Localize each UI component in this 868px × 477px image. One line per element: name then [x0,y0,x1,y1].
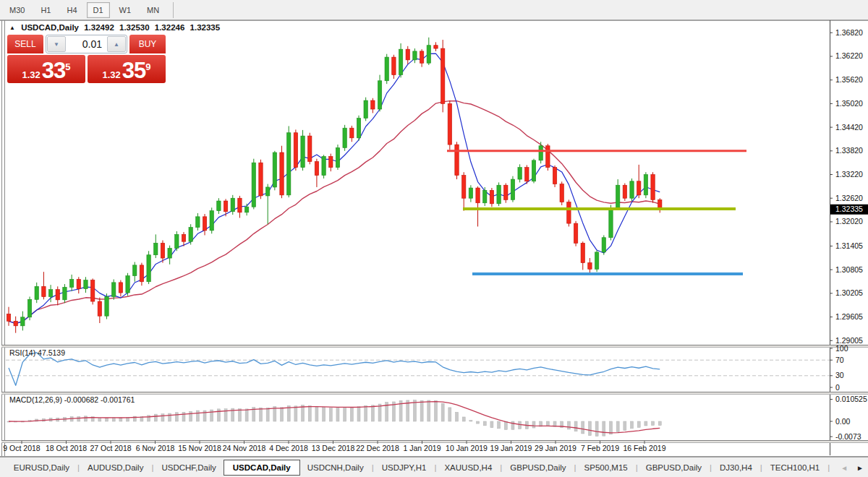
macd-histogram-bar [546,421,549,426]
candle-body [574,223,577,243]
timeframe-button-M30[interactable]: M30 [3,2,31,18]
macd-histogram-bar [350,408,353,421]
toolbar-separator [173,2,174,18]
price-axis-label: 1.36220 [835,51,863,60]
price-axis-label: 1.30205 [835,288,863,297]
candle-body [637,181,641,195]
candle-body [126,276,129,293]
macd-histogram-bar [259,408,262,421]
candle-body [462,176,466,199]
macd-histogram-bar [588,421,591,436]
chart-tab-XAUUSD-H4[interactable]: XAUUSD,H4 [437,460,499,475]
chart-tab-USDJPY-H1[interactable]: USDJPY,H1 [375,460,434,475]
chart-tab-DJ30-H4[interactable]: DJ30,H4 [712,460,760,475]
macd-histogram-bar [169,413,171,421]
candle-body [329,156,333,167]
timeframe-button-W1[interactable]: W1 [113,2,138,18]
buy-price-button[interactable]: 1.32 35 9 [88,55,166,83]
candle-body [168,248,171,258]
timeframe-button-H1[interactable]: H1 [34,2,57,18]
tabs-scroll-left-icon[interactable]: ◄ [836,464,852,472]
chevron-down-icon: ▼ [54,41,59,48]
one-click-trading-widget: SELL ▼ 0.01 ▲ BUY 1.32 33 5 1.32 35 9 [7,35,166,83]
timeframe-button-H4[interactable]: H4 [60,2,83,18]
sell-button[interactable]: SELL [7,35,43,53]
macd-histogram-bar [477,421,480,424]
chart-tab-SP500-M15[interactable]: SP500,M15 [577,460,635,475]
date-axis-label: 18 Oct 2018 [46,444,87,452]
candle-body [84,280,88,289]
candle-body [224,201,227,212]
candle-body [98,301,101,316]
candle-body [490,190,493,204]
macd-histogram-bar [462,417,465,421]
macd-histogram-bar [344,408,346,421]
candle-body [217,201,221,211]
date-axis-label: 9 Oct 2018 [3,444,41,452]
candle-body [392,57,396,75]
macd-histogram-bar [378,404,381,421]
macd-histogram-bar [595,421,598,437]
candle-body [42,286,46,296]
macd-histogram-bar [196,411,199,421]
sell-price-button[interactable]: 1.32 33 5 [7,55,85,83]
date-axis-label: 19 Jan 2019 [490,444,532,452]
candle-body [560,184,563,202]
date-axis-label: 16 Feb 2019 [624,444,666,452]
chart-tab-USDCAD-Daily[interactable]: USDCAD,Daily [224,460,300,476]
macd-histogram-bar [371,405,374,421]
candle-body [315,162,318,176]
candle-body [7,314,10,321]
chart-tab-GBPUSD-Daily[interactable]: GBPUSD,Daily [503,460,573,475]
chart-tab-GBPUSD-Daily[interactable]: GBPUSD,Daily [639,460,709,475]
candle-body [525,168,529,181]
chart-tab-EURUSD-Daily[interactable]: EURUSD,Daily [7,460,77,475]
candle-body [364,100,367,119]
collapse-triangle-icon[interactable]: ▲ [9,25,15,31]
macd-histogram-bar [582,421,584,434]
macd-histogram-bar [511,421,514,429]
candle-body [532,160,535,181]
date-axis-label: 1 Jan 2019 [404,444,441,452]
macd-histogram-bar [154,414,157,421]
timeframe-button-D1[interactable]: D1 [87,2,110,18]
macd-histogram-bar [483,421,486,426]
candle-body [378,81,381,109]
ohlc-low: 1.32246 [155,23,185,32]
chart-tab-AUDUSD-Daily[interactable]: AUDUSD,Daily [80,460,150,475]
price-axis-label: 1.35620 [835,75,863,84]
chart-tab-TECH100-H1[interactable]: TECH100,H1 [763,460,827,475]
date-axis-label: 15 Nov 2018 [178,444,221,452]
candle-body [252,163,255,207]
candle-body [77,280,80,289]
candle-body [343,128,346,147]
macd-histogram-bar [504,421,507,429]
candle-body [630,181,634,198]
volume-spinner: ▼ 0.01 ▲ [46,35,127,53]
volume-input[interactable]: 0.01 [67,35,106,53]
price-axis-label: 1.35020 [835,99,863,108]
candle-body [112,283,116,297]
candle-body [322,156,326,175]
chart-tab-USDCNH-Daily[interactable]: USDCNH,Daily [300,460,371,475]
rsi-indicator-label: RSI(14) 47.5139 [9,348,65,357]
candle-body [448,103,451,145]
chart-background[interactable] [0,20,868,457]
macd-histogram-bar [190,411,192,421]
macd-histogram-bar [469,421,472,421]
buy-button[interactable]: BUY [129,35,166,53]
volume-increase-button[interactable]: ▲ [107,36,126,52]
candle-body [385,57,388,81]
date-axis-label: 24 Nov 2018 [223,444,266,452]
candle-body [210,211,213,231]
timeframe-button-MN[interactable]: MN [140,2,166,18]
candle-body [644,175,647,195]
volume-decrease-button[interactable]: ▼ [47,36,66,52]
date-axis-label: 13 Dec 2018 [312,444,355,452]
tabs-scroll-right-icon[interactable]: ► [852,464,868,472]
candle-body [35,286,38,299]
chart-tab-USDCHF-Daily[interactable]: USDCHF,Daily [154,460,223,475]
macd-histogram-bar [119,418,122,421]
candle-body [189,228,192,242]
candle-body [336,147,339,167]
